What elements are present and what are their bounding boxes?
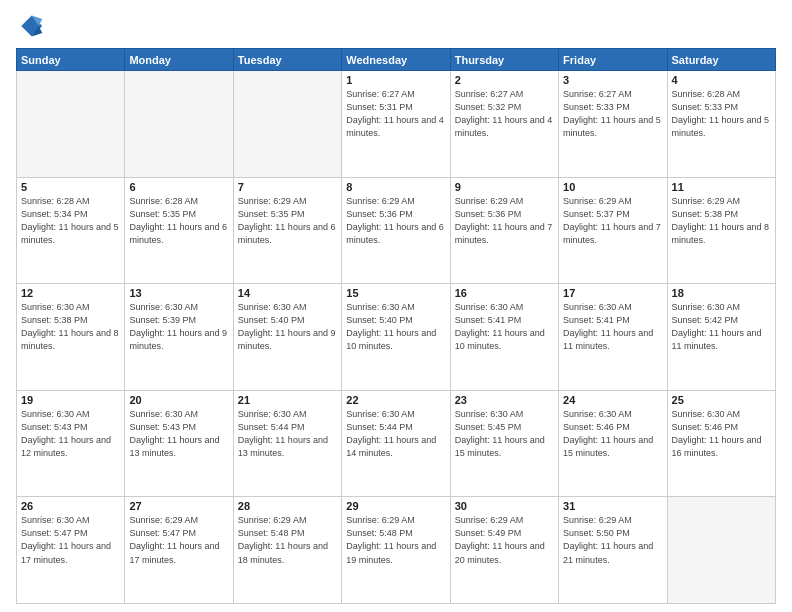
day-info: Sunrise: 6:30 AM Sunset: 5:38 PM Dayligh… bbox=[21, 301, 120, 353]
day-info: Sunrise: 6:30 AM Sunset: 5:41 PM Dayligh… bbox=[455, 301, 554, 353]
calendar-cell: 3Sunrise: 6:27 AM Sunset: 5:33 PM Daylig… bbox=[559, 71, 667, 178]
day-info: Sunrise: 6:29 AM Sunset: 5:36 PM Dayligh… bbox=[346, 195, 445, 247]
day-number: 25 bbox=[672, 394, 771, 406]
day-info: Sunrise: 6:30 AM Sunset: 5:42 PM Dayligh… bbox=[672, 301, 771, 353]
day-info: Sunrise: 6:30 AM Sunset: 5:43 PM Dayligh… bbox=[129, 408, 228, 460]
calendar-cell: 14Sunrise: 6:30 AM Sunset: 5:40 PM Dayli… bbox=[233, 284, 341, 391]
calendar-week-row: 1Sunrise: 6:27 AM Sunset: 5:31 PM Daylig… bbox=[17, 71, 776, 178]
day-number: 27 bbox=[129, 500, 228, 512]
day-info: Sunrise: 6:28 AM Sunset: 5:35 PM Dayligh… bbox=[129, 195, 228, 247]
day-info: Sunrise: 6:29 AM Sunset: 5:48 PM Dayligh… bbox=[346, 514, 445, 566]
day-number: 3 bbox=[563, 74, 662, 86]
day-info: Sunrise: 6:30 AM Sunset: 5:41 PM Dayligh… bbox=[563, 301, 662, 353]
calendar-cell: 8Sunrise: 6:29 AM Sunset: 5:36 PM Daylig… bbox=[342, 177, 450, 284]
day-number: 26 bbox=[21, 500, 120, 512]
day-number: 30 bbox=[455, 500, 554, 512]
day-info: Sunrise: 6:30 AM Sunset: 5:40 PM Dayligh… bbox=[238, 301, 337, 353]
calendar-cell: 4Sunrise: 6:28 AM Sunset: 5:33 PM Daylig… bbox=[667, 71, 775, 178]
weekday-header: Tuesday bbox=[233, 49, 341, 71]
calendar-week-row: 12Sunrise: 6:30 AM Sunset: 5:38 PM Dayli… bbox=[17, 284, 776, 391]
calendar-cell: 27Sunrise: 6:29 AM Sunset: 5:47 PM Dayli… bbox=[125, 497, 233, 604]
calendar-week-row: 26Sunrise: 6:30 AM Sunset: 5:47 PM Dayli… bbox=[17, 497, 776, 604]
calendar-cell: 22Sunrise: 6:30 AM Sunset: 5:44 PM Dayli… bbox=[342, 390, 450, 497]
calendar-cell: 24Sunrise: 6:30 AM Sunset: 5:46 PM Dayli… bbox=[559, 390, 667, 497]
day-info: Sunrise: 6:30 AM Sunset: 5:45 PM Dayligh… bbox=[455, 408, 554, 460]
day-number: 18 bbox=[672, 287, 771, 299]
calendar-cell: 9Sunrise: 6:29 AM Sunset: 5:36 PM Daylig… bbox=[450, 177, 558, 284]
calendar-cell: 2Sunrise: 6:27 AM Sunset: 5:32 PM Daylig… bbox=[450, 71, 558, 178]
day-number: 12 bbox=[21, 287, 120, 299]
day-number: 7 bbox=[238, 181, 337, 193]
day-info: Sunrise: 6:28 AM Sunset: 5:34 PM Dayligh… bbox=[21, 195, 120, 247]
calendar-cell: 29Sunrise: 6:29 AM Sunset: 5:48 PM Dayli… bbox=[342, 497, 450, 604]
day-number: 23 bbox=[455, 394, 554, 406]
logo-icon bbox=[16, 12, 44, 40]
day-info: Sunrise: 6:30 AM Sunset: 5:44 PM Dayligh… bbox=[346, 408, 445, 460]
day-info: Sunrise: 6:30 AM Sunset: 5:44 PM Dayligh… bbox=[238, 408, 337, 460]
day-info: Sunrise: 6:29 AM Sunset: 5:36 PM Dayligh… bbox=[455, 195, 554, 247]
day-info: Sunrise: 6:27 AM Sunset: 5:33 PM Dayligh… bbox=[563, 88, 662, 140]
weekday-header-row: SundayMondayTuesdayWednesdayThursdayFrid… bbox=[17, 49, 776, 71]
calendar-cell bbox=[17, 71, 125, 178]
calendar-week-row: 5Sunrise: 6:28 AM Sunset: 5:34 PM Daylig… bbox=[17, 177, 776, 284]
day-number: 13 bbox=[129, 287, 228, 299]
calendar-cell bbox=[233, 71, 341, 178]
logo bbox=[16, 12, 48, 40]
calendar-cell: 26Sunrise: 6:30 AM Sunset: 5:47 PM Dayli… bbox=[17, 497, 125, 604]
calendar-table: SundayMondayTuesdayWednesdayThursdayFrid… bbox=[16, 48, 776, 604]
day-number: 1 bbox=[346, 74, 445, 86]
calendar-cell: 12Sunrise: 6:30 AM Sunset: 5:38 PM Dayli… bbox=[17, 284, 125, 391]
calendar-week-row: 19Sunrise: 6:30 AM Sunset: 5:43 PM Dayli… bbox=[17, 390, 776, 497]
day-info: Sunrise: 6:29 AM Sunset: 5:35 PM Dayligh… bbox=[238, 195, 337, 247]
day-number: 15 bbox=[346, 287, 445, 299]
calendar-cell: 10Sunrise: 6:29 AM Sunset: 5:37 PM Dayli… bbox=[559, 177, 667, 284]
day-number: 20 bbox=[129, 394, 228, 406]
day-info: Sunrise: 6:29 AM Sunset: 5:37 PM Dayligh… bbox=[563, 195, 662, 247]
calendar-cell: 23Sunrise: 6:30 AM Sunset: 5:45 PM Dayli… bbox=[450, 390, 558, 497]
day-number: 10 bbox=[563, 181, 662, 193]
calendar-cell: 11Sunrise: 6:29 AM Sunset: 5:38 PM Dayli… bbox=[667, 177, 775, 284]
calendar-cell: 16Sunrise: 6:30 AM Sunset: 5:41 PM Dayli… bbox=[450, 284, 558, 391]
day-info: Sunrise: 6:29 AM Sunset: 5:50 PM Dayligh… bbox=[563, 514, 662, 566]
day-number: 19 bbox=[21, 394, 120, 406]
day-info: Sunrise: 6:30 AM Sunset: 5:47 PM Dayligh… bbox=[21, 514, 120, 566]
day-number: 21 bbox=[238, 394, 337, 406]
day-number: 8 bbox=[346, 181, 445, 193]
header bbox=[16, 12, 776, 40]
calendar-cell: 1Sunrise: 6:27 AM Sunset: 5:31 PM Daylig… bbox=[342, 71, 450, 178]
day-number: 16 bbox=[455, 287, 554, 299]
day-info: Sunrise: 6:29 AM Sunset: 5:47 PM Dayligh… bbox=[129, 514, 228, 566]
calendar-cell: 15Sunrise: 6:30 AM Sunset: 5:40 PM Dayli… bbox=[342, 284, 450, 391]
day-number: 22 bbox=[346, 394, 445, 406]
day-number: 28 bbox=[238, 500, 337, 512]
day-number: 6 bbox=[129, 181, 228, 193]
calendar-cell: 5Sunrise: 6:28 AM Sunset: 5:34 PM Daylig… bbox=[17, 177, 125, 284]
calendar-cell bbox=[667, 497, 775, 604]
day-number: 4 bbox=[672, 74, 771, 86]
day-number: 9 bbox=[455, 181, 554, 193]
calendar-cell: 19Sunrise: 6:30 AM Sunset: 5:43 PM Dayli… bbox=[17, 390, 125, 497]
weekday-header: Saturday bbox=[667, 49, 775, 71]
weekday-header: Thursday bbox=[450, 49, 558, 71]
day-info: Sunrise: 6:29 AM Sunset: 5:49 PM Dayligh… bbox=[455, 514, 554, 566]
day-info: Sunrise: 6:29 AM Sunset: 5:38 PM Dayligh… bbox=[672, 195, 771, 247]
calendar-cell: 7Sunrise: 6:29 AM Sunset: 5:35 PM Daylig… bbox=[233, 177, 341, 284]
day-info: Sunrise: 6:30 AM Sunset: 5:46 PM Dayligh… bbox=[672, 408, 771, 460]
weekday-header: Friday bbox=[559, 49, 667, 71]
day-number: 5 bbox=[21, 181, 120, 193]
page: SundayMondayTuesdayWednesdayThursdayFrid… bbox=[0, 0, 792, 612]
calendar-cell: 30Sunrise: 6:29 AM Sunset: 5:49 PM Dayli… bbox=[450, 497, 558, 604]
calendar-cell: 25Sunrise: 6:30 AM Sunset: 5:46 PM Dayli… bbox=[667, 390, 775, 497]
day-info: Sunrise: 6:27 AM Sunset: 5:32 PM Dayligh… bbox=[455, 88, 554, 140]
day-info: Sunrise: 6:27 AM Sunset: 5:31 PM Dayligh… bbox=[346, 88, 445, 140]
calendar-cell: 17Sunrise: 6:30 AM Sunset: 5:41 PM Dayli… bbox=[559, 284, 667, 391]
day-number: 11 bbox=[672, 181, 771, 193]
day-number: 2 bbox=[455, 74, 554, 86]
calendar-cell: 31Sunrise: 6:29 AM Sunset: 5:50 PM Dayli… bbox=[559, 497, 667, 604]
day-info: Sunrise: 6:30 AM Sunset: 5:40 PM Dayligh… bbox=[346, 301, 445, 353]
calendar-cell: 21Sunrise: 6:30 AM Sunset: 5:44 PM Dayli… bbox=[233, 390, 341, 497]
calendar-cell: 20Sunrise: 6:30 AM Sunset: 5:43 PM Dayli… bbox=[125, 390, 233, 497]
calendar-cell: 28Sunrise: 6:29 AM Sunset: 5:48 PM Dayli… bbox=[233, 497, 341, 604]
calendar-cell: 13Sunrise: 6:30 AM Sunset: 5:39 PM Dayli… bbox=[125, 284, 233, 391]
weekday-header: Monday bbox=[125, 49, 233, 71]
